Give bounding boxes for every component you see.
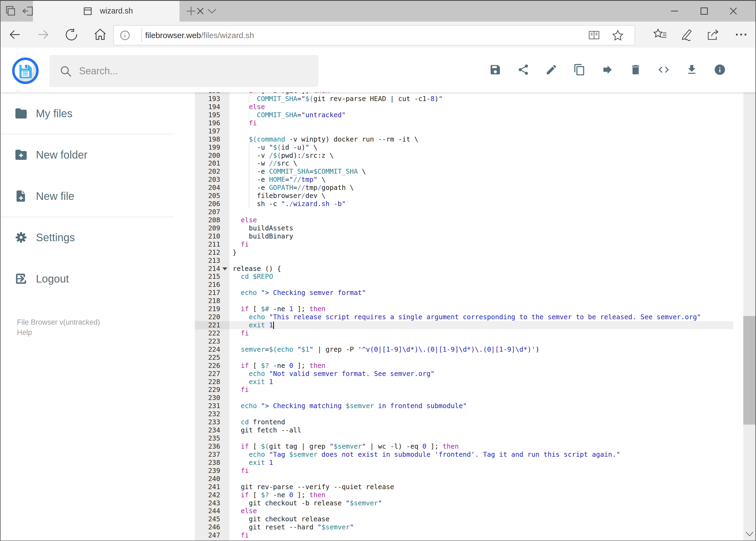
line-number[interactable]: 213 bbox=[195, 257, 220, 265]
tab-preview-icon[interactable] bbox=[4, 5, 17, 17]
line-number[interactable]: 221 bbox=[195, 321, 220, 329]
line-number[interactable]: 240 bbox=[195, 475, 220, 483]
line-number[interactable]: 195 bbox=[195, 111, 220, 119]
line-number[interactable]: 232 bbox=[195, 410, 220, 418]
code-line[interactable]: git checkout release bbox=[233, 515, 330, 523]
code-line[interactable]: fi bbox=[233, 386, 249, 394]
code-line[interactable]: -v /$(pwd):/src:z \ bbox=[233, 152, 334, 160]
code-line[interactable]: exit 1 bbox=[233, 378, 273, 386]
code-line[interactable]: if [ $? -ne 0 ]; then bbox=[233, 362, 326, 370]
code-line[interactable]: COMMIT_SHA="$(git rev-parse HEAD | cut -… bbox=[233, 95, 443, 103]
forward-icon[interactable] bbox=[37, 29, 49, 41]
code-line[interactable]: exit 1 bbox=[233, 321, 273, 329]
sidebar-item-new-file[interactable]: New file bbox=[0, 180, 174, 212]
code-line[interactable]: -e HOME="//tmp" \ bbox=[233, 176, 326, 184]
line-number[interactable]: 224 bbox=[195, 345, 220, 353]
code-line[interactable]: echo "Not valid semver format. See semve… bbox=[233, 370, 434, 378]
line-number[interactable]: 237 bbox=[195, 450, 220, 459]
line-number[interactable]: 201 bbox=[195, 159, 220, 168]
sidebar-item-my-files[interactable]: My files bbox=[0, 97, 174, 130]
scrollbar-thumb[interactable] bbox=[743, 316, 755, 425]
line-number[interactable]: 200 bbox=[195, 152, 220, 160]
code-line[interactable]: fi bbox=[233, 329, 249, 337]
code-line[interactable]: git fetch --all bbox=[233, 426, 301, 434]
code-line[interactable]: filebrowser/dev \ bbox=[233, 192, 326, 200]
code-line[interactable]: -e COMMIT_SHA=$COMMIT_SHA \ bbox=[233, 168, 366, 176]
page-scrollbar[interactable] bbox=[743, 48, 755, 541]
line-number[interactable]: 242 bbox=[195, 491, 220, 499]
edit-icon[interactable] bbox=[545, 64, 558, 76]
site-info-icon[interactable] bbox=[120, 30, 130, 41]
minimize-button[interactable] bbox=[670, 7, 678, 15]
reading-view-icon[interactable] bbox=[589, 31, 600, 40]
line-number[interactable]: 205 bbox=[195, 192, 220, 200]
sidebar-item-settings[interactable]: Settings bbox=[0, 221, 174, 254]
code-line[interactable]: fi bbox=[233, 467, 249, 475]
code-line[interactable]: echo "> Checking matching $semver in fro… bbox=[233, 402, 467, 410]
line-number[interactable]: 199 bbox=[195, 144, 220, 152]
close-button[interactable] bbox=[729, 7, 737, 15]
code-line[interactable]: if [ $# -ne 1 ]; then bbox=[233, 305, 326, 313]
line-number[interactable]: 194 bbox=[195, 103, 220, 111]
code-line[interactable]: else bbox=[233, 216, 257, 224]
line-number[interactable]: 228 bbox=[195, 378, 220, 386]
line-number[interactable]: 226 bbox=[195, 362, 220, 370]
delete-icon[interactable] bbox=[630, 64, 642, 76]
line-number[interactable]: 216 bbox=[195, 280, 220, 289]
line-number[interactable]: 223 bbox=[195, 337, 220, 345]
tab-close-icon[interactable] bbox=[196, 7, 204, 15]
line-number[interactable]: 239 bbox=[195, 467, 220, 475]
code-line[interactable]: cd frontend bbox=[233, 418, 285, 426]
line-number[interactable]: 212 bbox=[195, 249, 220, 257]
code-line[interactable]: -e GOPATH=//tmp/gopath \ bbox=[233, 184, 354, 192]
new-tab-button[interactable] bbox=[186, 6, 196, 16]
info-icon[interactable] bbox=[714, 64, 726, 76]
line-number[interactable]: 204 bbox=[195, 184, 220, 192]
line-number[interactable]: 236 bbox=[195, 442, 220, 450]
favorite-star-icon[interactable] bbox=[612, 29, 624, 41]
code-line[interactable]: if [ $? -ne 0 ]; then bbox=[233, 491, 326, 499]
line-number[interactable]: 218 bbox=[195, 297, 220, 305]
line-number[interactable]: 241 bbox=[195, 483, 220, 491]
code-line[interactable]: exit 1 bbox=[233, 459, 273, 467]
line-number[interactable]: 210 bbox=[195, 232, 220, 241]
code-line[interactable]: echo "Tag $semver does not exist in subm… bbox=[233, 450, 620, 459]
line-number[interactable]: 219 bbox=[195, 305, 220, 313]
code-line[interactable]: else bbox=[233, 103, 265, 111]
line-number[interactable]: 220 bbox=[195, 313, 220, 321]
line-number[interactable]: 246 bbox=[195, 523, 220, 531]
code-line[interactable]: -u "$(id -u)" \ bbox=[233, 144, 317, 152]
code-line[interactable]: echo "This release script requires a sin… bbox=[233, 313, 701, 321]
search-input[interactable]: Search... bbox=[49, 55, 319, 87]
line-number[interactable]: 196 bbox=[195, 119, 220, 127]
line-number[interactable]: 198 bbox=[195, 135, 220, 144]
browser-tab[interactable]: wizard.sh bbox=[33, 0, 179, 22]
line-number[interactable]: 206 bbox=[195, 200, 220, 208]
line-number[interactable]: 217 bbox=[195, 289, 220, 297]
line-number[interactable]: 247 bbox=[195, 531, 220, 539]
sidebar-help-link[interactable]: Help bbox=[17, 328, 32, 337]
line-number[interactable]: 230 bbox=[195, 394, 220, 402]
line-number[interactable]: 234 bbox=[195, 426, 220, 434]
code-line[interactable]: COMMIT_SHA="untracked" bbox=[233, 111, 346, 119]
line-number[interactable]: 197 bbox=[195, 127, 220, 135]
sidebar-item-logout[interactable]: Logout bbox=[0, 263, 174, 295]
line-number[interactable]: 245 bbox=[195, 515, 220, 523]
code-line[interactable]: git reset --hard "$semver" bbox=[233, 523, 354, 531]
code-line[interactable]: cd $REPO bbox=[233, 272, 273, 280]
more-menu-icon[interactable] bbox=[735, 32, 748, 37]
code-line[interactable]: fi bbox=[233, 241, 249, 249]
share-icon[interactable] bbox=[517, 64, 530, 76]
line-number[interactable]: 244 bbox=[195, 507, 220, 515]
code-line[interactable]: fi bbox=[233, 531, 249, 539]
back-icon[interactable] bbox=[9, 29, 21, 41]
line-number[interactable]: 231 bbox=[195, 402, 220, 410]
line-number[interactable]: 202 bbox=[195, 168, 220, 176]
home-icon[interactable] bbox=[94, 28, 106, 41]
line-number[interactable]: 222 bbox=[195, 329, 220, 337]
tab-list-chevron-icon[interactable] bbox=[207, 8, 217, 15]
url-field[interactable]: filebrowser.web/files/wizard.sh bbox=[114, 25, 635, 45]
code-line[interactable]: else bbox=[233, 507, 257, 515]
line-number[interactable]: 215 bbox=[195, 272, 220, 280]
refresh-icon[interactable] bbox=[66, 28, 78, 41]
